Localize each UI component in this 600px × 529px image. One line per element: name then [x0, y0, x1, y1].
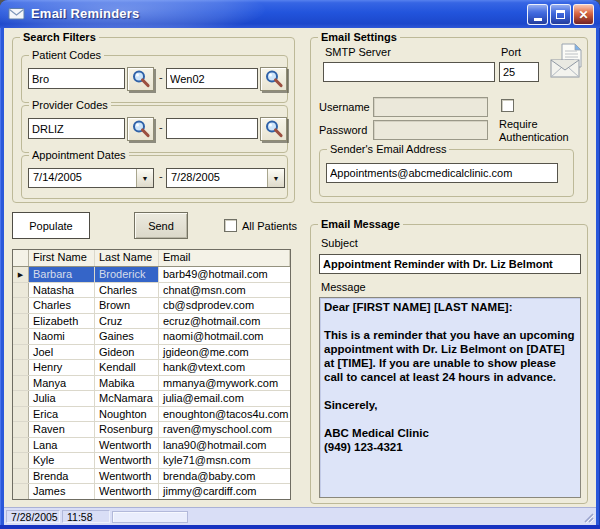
row-selector[interactable] [13, 484, 29, 499]
last-name-cell[interactable]: Cruz [95, 314, 159, 329]
provider-code-from-search-button[interactable] [127, 117, 154, 141]
last-name-cell[interactable]: Wentworth [95, 484, 159, 499]
first-name-cell[interactable]: Manya [29, 376, 95, 391]
require-authentication-checkbox[interactable] [501, 99, 514, 112]
row-selector[interactable] [13, 329, 29, 344]
patient-code-from-input[interactable] [28, 68, 125, 89]
email-cell[interactable]: hank@vtext.com [159, 360, 290, 375]
send-button[interactable]: Send [134, 212, 188, 239]
first-name-cell[interactable]: Erica [29, 407, 95, 422]
email-cell[interactable]: naomi@hotmail.com [159, 329, 290, 344]
populate-button[interactable]: Populate [12, 212, 90, 239]
email-cell[interactable]: kyle71@msn.com [159, 453, 290, 468]
first-name-cell[interactable]: James [29, 484, 95, 499]
table-row[interactable]: HenryKendallhank@vtext.com [13, 360, 290, 376]
last-name-cell[interactable]: Broderick [95, 267, 159, 282]
row-selector[interactable] [13, 438, 29, 453]
last-name-cell[interactable]: Wentworth [95, 469, 159, 484]
last-name-column-header[interactable]: Last Name [95, 250, 159, 266]
email-cell[interactable]: ecruz@hotmail.com [159, 314, 290, 329]
last-name-cell[interactable]: Wentworth [95, 453, 159, 468]
last-name-cell[interactable]: Mabika [95, 376, 159, 391]
last-name-cell[interactable]: Gideon [95, 345, 159, 360]
email-cell[interactable]: mmanya@mywork.com [159, 376, 290, 391]
row-selector[interactable] [13, 453, 29, 468]
username-input[interactable] [373, 97, 488, 117]
last-name-cell[interactable]: Rosenburg [95, 422, 159, 437]
first-name-cell[interactable]: Joel [29, 345, 95, 360]
table-row[interactable]: NaomiGainesnaomi@hotmail.com [13, 329, 290, 345]
first-name-cell[interactable]: Lana [29, 438, 95, 453]
table-row[interactable]: ElizabethCruzecruz@hotmail.com [13, 314, 290, 330]
table-row[interactable]: LanaWentworthlana90@hotmail.com [13, 438, 290, 454]
email-cell[interactable]: julia@email.com [159, 391, 290, 406]
port-input[interactable] [499, 62, 539, 82]
row-selector[interactable] [13, 469, 29, 484]
table-row[interactable]: JamesWentworthjimmy@cardiff.com [13, 484, 290, 500]
table-row[interactable]: BrendaWentworthbrenda@baby.com [13, 469, 290, 485]
sender-email-input[interactable] [326, 163, 558, 183]
first-name-cell[interactable]: Julia [29, 391, 95, 406]
email-cell[interactable]: jgideon@me.com [159, 345, 290, 360]
all-patients-checkbox[interactable] [224, 219, 237, 232]
last-name-cell[interactable]: Gaines [95, 329, 159, 344]
provider-code-to-search-button[interactable] [260, 117, 287, 141]
table-row[interactable]: KyleWentworthkyle71@msn.com [13, 453, 290, 469]
last-name-cell[interactable]: Charles [95, 283, 159, 298]
resize-grip[interactable] [582, 511, 594, 523]
row-selector[interactable] [13, 298, 29, 313]
patient-code-to-input[interactable] [166, 68, 258, 89]
first-name-cell[interactable]: Natasha [29, 283, 95, 298]
patient-code-from-search-button[interactable] [127, 67, 154, 91]
table-row[interactable]: RavenRosenburgraven@myschool.com [13, 422, 290, 438]
date-from-combobox[interactable]: 7/14/2005 ▼ [28, 168, 154, 188]
email-cell[interactable]: enoughton@tacos4u.com [159, 407, 290, 422]
last-name-cell[interactable]: Brown [95, 298, 159, 313]
email-cell[interactable]: cb@sdprodev.com [159, 298, 290, 313]
first-name-cell[interactable]: Charles [29, 298, 95, 313]
first-name-column-header[interactable]: First Name [29, 250, 95, 266]
table-row[interactable]: ▶BarbaraBroderickbarb49@hotmail.com [13, 267, 290, 283]
first-name-cell[interactable]: Brenda [29, 469, 95, 484]
first-name-cell[interactable]: Kyle [29, 453, 95, 468]
table-row[interactable]: JuliaMcNamarajulia@email.com [13, 391, 290, 407]
email-cell[interactable]: chnat@msn.com [159, 283, 290, 298]
row-selector[interactable] [13, 391, 29, 406]
last-name-cell[interactable]: Kendall [95, 360, 159, 375]
table-row[interactable]: EricaNoughtonenoughton@tacos4u.com [13, 407, 290, 423]
email-cell[interactable]: jimmy@cardiff.com [159, 484, 290, 499]
first-name-cell[interactable]: Henry [29, 360, 95, 375]
last-name-cell[interactable]: Wentworth [95, 438, 159, 453]
email-cell[interactable]: brenda@baby.com [159, 469, 290, 484]
email-cell[interactable]: barb49@hotmail.com [159, 267, 290, 282]
date-to-combobox[interactable]: 7/28/2005 ▼ [166, 168, 285, 188]
first-name-cell[interactable]: Raven [29, 422, 95, 437]
minimize-button[interactable] [527, 4, 548, 25]
provider-code-to-input[interactable] [166, 118, 258, 139]
date-from-dropdown-button[interactable]: ▼ [136, 169, 153, 187]
selected-row-arrow-icon[interactable]: ▶ [13, 267, 29, 282]
row-selector[interactable] [13, 314, 29, 329]
first-name-cell[interactable]: Elizabeth [29, 314, 95, 329]
email-column-header[interactable]: Email [159, 250, 290, 266]
row-selector[interactable] [13, 422, 29, 437]
last-name-cell[interactable]: McNamara [95, 391, 159, 406]
first-name-cell[interactable]: Naomi [29, 329, 95, 344]
table-row[interactable]: NatashaCharleschnat@msn.com [13, 283, 290, 299]
email-cell[interactable]: raven@myschool.com [159, 422, 290, 437]
first-name-cell[interactable]: Barbara [29, 267, 95, 282]
row-selector[interactable] [13, 360, 29, 375]
table-row[interactable]: JoelGideonjgideon@me.com [13, 345, 290, 361]
subject-input[interactable] [319, 254, 581, 274]
smtp-server-input[interactable] [323, 62, 495, 82]
table-row[interactable]: ManyaMabikammanya@mywork.com [13, 376, 290, 392]
row-selector[interactable] [13, 283, 29, 298]
patient-code-to-search-button[interactable] [260, 67, 287, 91]
row-selector[interactable] [13, 376, 29, 391]
date-to-dropdown-button[interactable]: ▼ [267, 169, 284, 187]
maximize-button[interactable] [550, 4, 571, 25]
provider-code-from-input[interactable] [28, 118, 125, 139]
message-textarea[interactable]: Dear [FIRST NAME] [LAST NAME]: This is a… [319, 297, 581, 498]
table-row[interactable]: CharlesBrowncb@sdprodev.com [13, 298, 290, 314]
email-cell[interactable]: lana90@hotmail.com [159, 438, 290, 453]
